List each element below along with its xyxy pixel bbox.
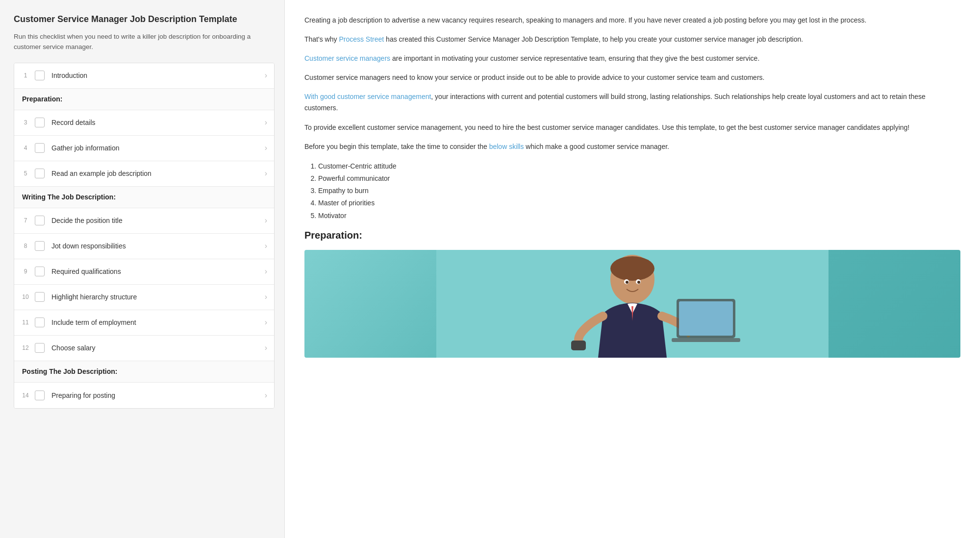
checklist-item-4[interactable]: 5Read an example job description› [14, 161, 274, 187]
item-checkbox-0[interactable] [35, 71, 45, 80]
item-label-10: Include term of employment [51, 312, 265, 333]
item-number-8: 9 [14, 268, 35, 275]
checklist-item-3[interactable]: 4Gather job information› [14, 136, 274, 161]
customer-service-managers-link[interactable]: Customer service managers [304, 54, 390, 62]
intro-paragraph-5: With good customer service management, y… [304, 91, 960, 114]
checklist-item-13[interactable]: 14Preparing for posting› [14, 383, 274, 408]
item-label-0: Introduction [51, 65, 265, 86]
preparation-heading: Preparation: [304, 230, 960, 241]
section-header-1: Preparation: [14, 89, 274, 110]
svg-rect-6 [679, 301, 733, 336]
item-label-6: Decide the position title [51, 210, 265, 231]
chevron-icon-7: › [265, 242, 267, 250]
item-label-8: Required qualifications [51, 261, 265, 282]
item-number-3: 4 [14, 145, 35, 151]
checklist-item-9[interactable]: 10Highlight hierarchy structure› [14, 285, 274, 310]
skill-item-1: Powerful communicator [318, 172, 960, 185]
item-checkbox-7[interactable] [35, 241, 45, 251]
svg-point-10 [626, 281, 628, 284]
checklist-item-8[interactable]: 9Required qualifications› [14, 259, 274, 285]
intro-paragraph-2: That's why Process Street has created th… [304, 34, 960, 45]
left-panel: Customer Service Manager Job Description… [0, 0, 284, 538]
intro-p7-before: Before you begin this template, take the… [304, 143, 489, 150]
item-label-3: Gather job information [51, 137, 265, 159]
checklist-item-6[interactable]: 7Decide the position title› [14, 208, 274, 234]
checklist-item-2[interactable]: 3Record details› [14, 110, 274, 136]
chevron-icon-8: › [265, 267, 267, 276]
svg-point-11 [637, 281, 640, 284]
item-label-9: Highlight hierarchy structure [51, 286, 265, 308]
below-skills-link[interactable]: below skills [489, 143, 524, 150]
item-label-13: Preparing for posting [51, 385, 265, 406]
preparation-image [304, 250, 960, 358]
item-label-7: Jot down responsibilities [51, 235, 265, 257]
item-label-11: Choose salary [51, 337, 265, 359]
intro-paragraph-1: Creating a job description to advertise … [304, 15, 960, 26]
intro-paragraph-6: To provide excellent customer service ma… [304, 122, 960, 133]
checklist: 1Introduction›Preparation:3Record detail… [14, 63, 275, 409]
skill-item-2: Empathy to burn [318, 185, 960, 197]
checklist-item-7[interactable]: 8Jot down responsibilities› [14, 234, 274, 259]
checklist-item-10[interactable]: 11Include term of employment› [14, 310, 274, 336]
intro-p7-after: which make a good customer service manag… [524, 143, 669, 150]
intro-paragraph-3: Customer service managers are important … [304, 53, 960, 64]
chevron-icon-9: › [265, 293, 267, 301]
svg-point-2 [610, 256, 654, 281]
section-label-1: Preparation: [22, 95, 268, 103]
section-header-12: Posting The Job Description: [14, 361, 274, 383]
chevron-icon-0: › [265, 71, 267, 80]
svg-rect-7 [672, 338, 740, 342]
page-subtitle: Run this checklist when you need to writ… [14, 32, 275, 52]
checklist-item-11[interactable]: 12Choose salary› [14, 336, 274, 361]
item-checkbox-9[interactable] [35, 292, 45, 302]
skill-item-3: Master of priorities [318, 197, 960, 209]
item-checkbox-2[interactable] [35, 118, 45, 127]
skill-item-0: Customer-Centric attitude [318, 160, 960, 172]
item-checkbox-6[interactable] [35, 216, 45, 225]
intro-p2-before: That's why [304, 35, 339, 43]
item-checkbox-10[interactable] [35, 318, 45, 327]
item-number-11: 12 [14, 344, 35, 351]
skills-list: Customer-Centric attitudePowerful commun… [318, 160, 960, 222]
skill-item-4: Motivator [318, 210, 960, 222]
item-number-4: 5 [14, 170, 35, 177]
item-checkbox-8[interactable] [35, 267, 45, 276]
chevron-icon-6: › [265, 216, 267, 225]
intro-paragraph-7: Before you begin this template, take the… [304, 141, 960, 152]
process-street-link[interactable]: Process Street [339, 35, 384, 43]
section-header-5: Writing The Job Description: [14, 187, 274, 208]
item-number-13: 14 [14, 392, 35, 399]
item-number-6: 7 [14, 217, 35, 224]
svg-rect-3 [571, 341, 586, 350]
good-management-link[interactable]: With good customer service management [304, 93, 431, 100]
chevron-icon-3: › [265, 144, 267, 152]
chevron-icon-11: › [265, 343, 267, 352]
page-title: Customer Service Manager Job Description… [14, 14, 275, 25]
item-checkbox-13[interactable] [35, 391, 45, 400]
checklist-item-0[interactable]: 1Introduction› [14, 63, 274, 89]
section-label-12: Posting The Job Description: [22, 367, 268, 375]
chevron-icon-10: › [265, 318, 267, 327]
item-number-7: 8 [14, 243, 35, 249]
intro-p3-after: are important in motivating your custome… [390, 54, 759, 62]
item-checkbox-11[interactable] [35, 343, 45, 353]
section-label-5: Writing The Job Description: [22, 193, 268, 201]
item-checkbox-3[interactable] [35, 143, 45, 153]
item-checkbox-4[interactable] [35, 169, 45, 178]
chevron-icon-2: › [265, 118, 267, 127]
item-number-2: 3 [14, 119, 35, 126]
item-number-0: 1 [14, 72, 35, 79]
right-panel: Creating a job description to advertise … [284, 0, 980, 538]
item-label-4: Read an example job description [51, 163, 265, 184]
intro-paragraph-4: Customer service managers need to know y… [304, 72, 960, 83]
item-label-2: Record details [51, 112, 265, 133]
item-number-9: 10 [14, 293, 35, 300]
intro-p2-after: has created this Customer Service Manage… [384, 35, 803, 43]
chevron-icon-13: › [265, 391, 267, 400]
chevron-icon-4: › [265, 169, 267, 178]
item-number-10: 11 [14, 319, 35, 326]
